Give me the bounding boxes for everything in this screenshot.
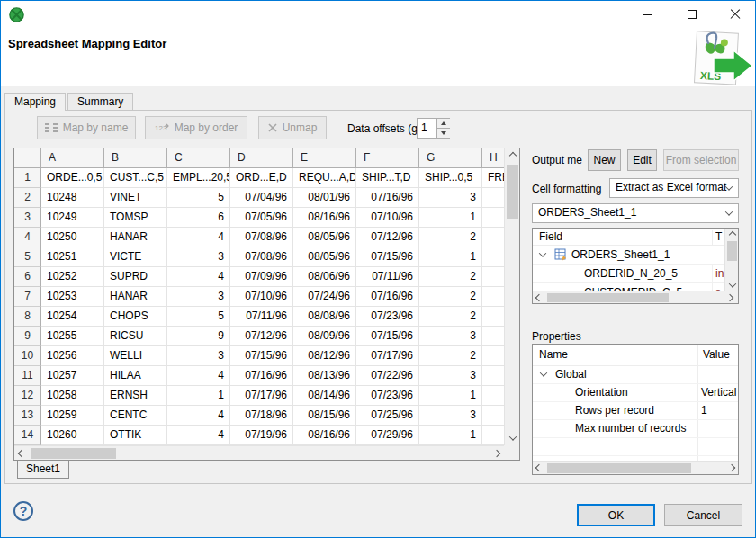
minimize-button[interactable] [631,1,663,28]
scroll-right-button[interactable] [490,446,504,461]
grid-cell[interactable]: 3 [419,188,482,208]
grid-row-header[interactable]: 5 [14,247,41,267]
scroll-down-button[interactable] [505,431,520,445]
grid-cell[interactable]: 07/09/96 [230,267,293,287]
grid-row-header[interactable]: 11 [14,366,41,386]
grid-column-header[interactable]: D [230,148,293,168]
grid-cell[interactable]: 10250 [41,228,104,247]
grid-cell[interactable]: 07/24/96 [293,287,356,307]
grid-mapping-cell[interactable]: ORDE...0,5 [41,168,104,188]
grid-cell[interactable]: 4 [167,366,230,386]
grid-cell[interactable] [482,346,504,366]
grid-cell[interactable]: 07/15/96 [356,327,419,346]
metadata-select[interactable]: ORDERS_Sheet1_1 [532,203,739,223]
grid-cell[interactable]: ERNSH [104,386,167,406]
grid-cell[interactable]: 07/10/96 [356,208,419,228]
grid-row-header[interactable]: 7 [14,287,41,307]
new-button[interactable]: New [588,149,621,171]
grid-cell[interactable] [482,426,504,445]
grid-horizontal-scrollbar[interactable] [14,445,504,460]
grid-row-header[interactable]: 12 [14,386,41,406]
grid-cell[interactable]: 07/16/96 [230,366,293,386]
horizontal-scroll-thumb[interactable] [31,448,116,459]
edit-button[interactable]: Edit [627,149,657,171]
grid-cell[interactable]: 4 [167,267,230,287]
close-button[interactable] [719,1,752,28]
vertical-scroll-thumb[interactable] [507,165,518,219]
grid-cell[interactable]: CHOPS [104,307,167,327]
grid-cell[interactable]: 07/17/96 [356,346,419,366]
grid-cell[interactable]: 08/15/96 [293,406,356,426]
grid-cell[interactable]: 10248 [41,188,104,208]
grid-corner[interactable] [14,148,41,168]
grid-column-header[interactable]: B [104,148,167,168]
field-tree-root-row[interactable]: ORDERS_Sheet1_1 [533,246,724,265]
grid-cell[interactable]: 07/10/96 [230,287,293,307]
unmap-button[interactable]: Unmap [258,116,327,139]
grid-cell[interactable]: VINET [104,188,167,208]
grid-cell[interactable]: 1 [167,386,230,406]
grid-cell[interactable]: 07/22/96 [356,366,419,386]
scroll-left-button[interactable] [533,291,545,303]
grid-cell[interactable]: 3 [167,346,230,366]
chevron-down-icon[interactable] [539,249,546,256]
grid-cell[interactable]: 07/18/96 [230,406,293,426]
grid-cell[interactable]: 4 [167,228,230,247]
grid-cell[interactable]: 07/12/96 [230,327,293,346]
grid-mapping-cell[interactable]: SHIP...T,D [356,168,419,188]
grid-cell[interactable]: HILAA [104,366,167,386]
data-offsets-spinner[interactable]: 1 [417,118,450,139]
scroll-down-button[interactable] [725,279,739,291]
grid-cell[interactable]: CENTC [104,406,167,426]
scroll-right-button[interactable] [725,462,738,474]
grid-cell[interactable]: 3 [419,327,482,346]
grid-mapping-cell[interactable]: SHIP...0,5 [419,168,482,188]
grid-cell[interactable]: 08/05/96 [293,228,356,247]
grid-cell[interactable]: 08/16/96 [293,208,356,228]
grid-cell[interactable] [482,406,504,426]
grid-column-header[interactable]: E [293,148,356,168]
grid-column-header[interactable]: G [419,148,482,168]
grid-cell[interactable] [482,188,504,208]
grid-cell[interactable]: 4 [167,406,230,426]
grid-cell[interactable]: 07/25/96 [356,406,419,426]
grid-cell[interactable]: 07/15/96 [230,346,293,366]
ok-button[interactable]: OK [577,504,655,526]
grid-cell[interactable]: 07/17/96 [230,386,293,406]
grid-cell[interactable]: 08/05/96 [293,247,356,267]
grid-cell[interactable]: 07/05/96 [230,208,293,228]
grid-cell[interactable]: 10257 [41,366,104,386]
property-value[interactable]: Vertical [698,384,738,401]
grid-cell[interactable]: 08/13/96 [293,366,356,386]
grid-cell[interactable]: 08/01/96 [293,188,356,208]
grid-mapping-cell[interactable]: ORD...E,D [230,168,293,188]
grid-cell[interactable]: 2 [419,228,482,247]
value-column-header[interactable]: Value [703,348,730,361]
grid-cell[interactable]: 07/04/96 [230,188,293,208]
grid-cell[interactable]: 07/11/96 [230,307,293,327]
grid-row-header[interactable]: 1 [14,168,41,188]
grid-cell[interactable]: 10254 [41,307,104,327]
grid-cell[interactable]: 2 [419,307,482,327]
grid-cell[interactable]: 5 [167,307,230,327]
property-row[interactable]: OrientationVertical [533,384,738,402]
scroll-up-button[interactable] [505,148,520,163]
grid-cell[interactable]: 2 [419,267,482,287]
scroll-right-button[interactable] [724,291,736,303]
type-column-header[interactable]: T [712,230,724,246]
tab-mapping[interactable]: Mapping [4,93,66,111]
grid-cell[interactable]: 6 [167,208,230,228]
grid-cell[interactable]: 9 [167,327,230,346]
property-row[interactable]: Rows per record1 [533,402,738,420]
grid-cell[interactable]: 08/14/96 [293,386,356,406]
grid-cell[interactable]: 07/15/96 [356,247,419,267]
grid-cell[interactable] [482,267,504,287]
field-tree-horizontal-scrollbar[interactable] [533,291,738,303]
grid-cell[interactable]: 08/09/96 [293,327,356,346]
grid-cell[interactable]: 07/16/96 [356,188,419,208]
grid-cell[interactable]: 3 [167,247,230,267]
grid-mapping-cell[interactable]: EMPL...20,5 [167,168,230,188]
grid-cell[interactable]: 10252 [41,267,104,287]
grid-cell[interactable] [482,307,504,327]
scroll-left-button[interactable] [533,462,545,474]
